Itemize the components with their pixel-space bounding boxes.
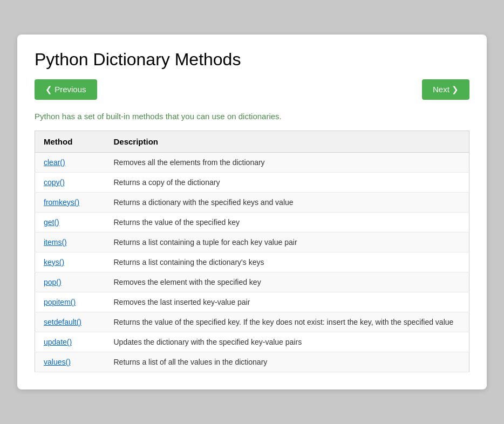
table-row: pop()Removes the element with the specif…	[35, 272, 469, 292]
table-row: values()Returns a list of all the values…	[35, 352, 469, 372]
method-cell[interactable]: items()	[35, 232, 105, 252]
intro-text: Python has a set of built-in methods tha…	[35, 112, 469, 121]
method-cell[interactable]: copy()	[35, 173, 105, 193]
description-cell: Returns the value of the specified key. …	[105, 312, 469, 332]
table-row: keys()Returns a list containing the dict…	[35, 252, 469, 272]
methods-table: Method Description clear()Removes all th…	[35, 131, 469, 372]
page-title: Python Dictionary Methods	[35, 50, 469, 70]
description-cell: Returns a list containing a tuple for ea…	[105, 232, 469, 252]
table-row: clear()Removes all the elements from the…	[35, 153, 469, 173]
method-cell[interactable]: update()	[35, 332, 105, 352]
description-cell: Removes the element with the specified k…	[105, 272, 469, 292]
method-cell[interactable]: popitem()	[35, 292, 105, 312]
method-cell[interactable]: pop()	[35, 272, 105, 292]
table-row: setdefault()Returns the value of the spe…	[35, 312, 469, 332]
col-header-description: Description	[105, 131, 469, 153]
description-cell: Removes the last inserted key-value pair	[105, 292, 469, 312]
description-cell: Returns a copy of the dictionary	[105, 173, 469, 193]
description-cell: Removes all the elements from the dictio…	[105, 153, 469, 173]
description-cell: Returns the value of the specified key	[105, 213, 469, 232]
method-cell[interactable]: setdefault()	[35, 312, 105, 332]
description-cell: Returns a list containing the dictionary…	[105, 252, 469, 272]
table-row: copy()Returns a copy of the dictionary	[35, 173, 469, 193]
description-cell: Updates the dictionary with the specifie…	[105, 332, 469, 352]
method-cell[interactable]: clear()	[35, 153, 105, 173]
nav-row: ❮ Previous Next ❯	[35, 79, 469, 100]
col-header-method: Method	[35, 131, 105, 153]
table-row: update()Updates the dictionary with the …	[35, 332, 469, 352]
previous-button[interactable]: ❮ Previous	[35, 79, 97, 100]
table-row: popitem()Removes the last inserted key-v…	[35, 292, 469, 312]
method-cell[interactable]: fromkeys()	[35, 193, 105, 213]
table-row: fromkeys()Returns a dictionary with the …	[35, 193, 469, 213]
description-cell: Returns a dictionary with the specified …	[105, 193, 469, 213]
description-cell: Returns a list of all the values in the …	[105, 352, 469, 372]
table-row: items()Returns a list containing a tuple…	[35, 232, 469, 252]
method-cell[interactable]: keys()	[35, 252, 105, 272]
method-cell[interactable]: get()	[35, 213, 105, 232]
table-row: get()Returns the value of the specified …	[35, 213, 469, 232]
method-cell[interactable]: values()	[35, 352, 105, 372]
next-button[interactable]: Next ❯	[422, 79, 469, 100]
main-card: Python Dictionary Methods ❮ Previous Nex…	[17, 35, 487, 389]
